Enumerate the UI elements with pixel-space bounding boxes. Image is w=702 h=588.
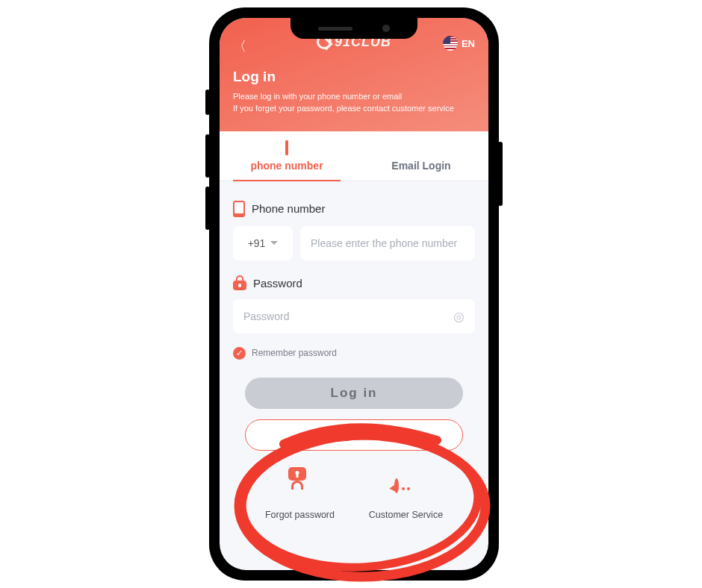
side-button	[205, 187, 210, 230]
customer-service-link[interactable]: Customer Service	[369, 481, 443, 520]
side-button	[205, 134, 210, 178]
page-subtitle: Please log in with your phone number or …	[233, 91, 475, 115]
eye-icon[interactable]: ◎	[453, 308, 465, 324]
forgot-password-link[interactable]: Forgot password	[265, 481, 335, 520]
language-selector[interactable]: EN	[443, 36, 475, 51]
bottom-links: Forgot password Customer Service	[233, 481, 475, 520]
tab-label: Email Login	[391, 160, 450, 172]
forgot-password-label: Forgot password	[265, 510, 335, 520]
back-icon[interactable]: 〈	[233, 37, 246, 55]
side-button	[498, 142, 503, 206]
check-icon: ✓	[233, 347, 246, 360]
chat-icon	[394, 478, 399, 493]
country-code-select[interactable]: +91	[233, 226, 293, 260]
register-button[interactable]: Register	[245, 419, 463, 451]
phone-frame: 〈 91CLUB EN Log in Please log in with yo…	[209, 7, 499, 581]
password-input[interactable]	[233, 299, 475, 334]
login-tabs: phone number Email Login	[220, 131, 488, 181]
side-button	[205, 90, 210, 115]
lock-icon	[233, 277, 246, 290]
login-form: Phone number +91 Password ◎ ✓ Remember p…	[220, 181, 488, 520]
phone-field-label: Phone number	[233, 201, 475, 217]
tab-label: phone number	[250, 160, 323, 172]
language-label: EN	[462, 38, 475, 49]
country-code-value: +91	[248, 237, 266, 249]
tab-phone-number[interactable]: phone number	[220, 131, 354, 181]
subtitle-line: If you forget your password, please cont…	[233, 103, 475, 115]
phone-screen: 〈 91CLUB EN Log in Please log in with yo…	[220, 18, 488, 570]
login-button[interactable]: Log in	[245, 378, 463, 409]
phone-notch	[291, 18, 417, 39]
page-title: Log in	[233, 69, 475, 85]
flag-icon	[443, 36, 458, 51]
password-field-label: Password	[233, 277, 475, 290]
phone-input[interactable]	[300, 226, 475, 260]
remember-password-toggle[interactable]: ✓ Remember password	[233, 347, 475, 360]
phone-icon	[233, 201, 245, 217]
remember-label: Remember password	[252, 348, 337, 358]
subtitle-line: Please log in with your phone number or …	[233, 91, 475, 103]
customer-service-label: Customer Service	[369, 510, 443, 520]
tab-email-login[interactable]: Email Login	[354, 131, 488, 181]
chevron-down-icon	[270, 241, 278, 245]
phone-icon	[285, 140, 288, 155]
